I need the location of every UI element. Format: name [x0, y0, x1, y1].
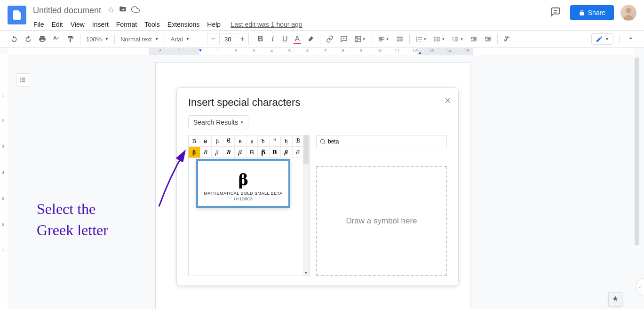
tooltip-code: U+1D6C3: [203, 197, 284, 201]
toolbar: 100%▼ Normal text▼ Arial▼ − 30 + B I U A…: [0, 30, 644, 48]
header: Untitled document ☆ File Edit View Inser…: [0, 0, 644, 30]
share-label: Share: [588, 9, 605, 16]
menu-help[interactable]: Help: [204, 20, 224, 29]
editing-mode-button[interactable]: ▼: [591, 33, 613, 45]
char-cell[interactable]: 𝘉: [293, 147, 304, 158]
tutorial-annotation: Select the Greek letter: [37, 198, 108, 241]
char-cell[interactable]: 𝜷: [235, 147, 246, 158]
svg-text:3: 3: [453, 40, 454, 42]
horizontal-ruler[interactable]: 2 1 ▼ 1 2 3 4 5 6 7 8 9 10 11 12 ▲ 13 14…: [8, 48, 633, 55]
character-search-input[interactable]: [328, 138, 444, 145]
font-select[interactable]: Arial▼: [168, 35, 201, 44]
lock-icon: [579, 9, 585, 16]
dialog-title: Insert special characters: [188, 96, 447, 109]
comment-button[interactable]: [337, 33, 350, 45]
menu-edit[interactable]: Edit: [48, 20, 66, 29]
clear-format-button[interactable]: [501, 33, 514, 45]
font-size-increase[interactable]: +: [236, 33, 248, 45]
image-button[interactable]: ▼: [351, 33, 369, 45]
underline-button[interactable]: U: [279, 33, 291, 45]
char-cell[interactable]: 𝐵: [200, 147, 212, 158]
char-cell[interactable]: B: [189, 135, 200, 147]
zoom-select[interactable]: 100%▼: [83, 35, 111, 44]
indent-decrease-button[interactable]: [467, 33, 480, 45]
tooltip-name: MATHEMATICAL BOLD SMALL BETA: [203, 191, 284, 196]
char-cell[interactable]: β: [212, 135, 223, 147]
char-cell[interactable]: ᵦ: [246, 135, 258, 147]
title-area: Untitled document ☆ File Edit View Inser…: [30, 4, 548, 31]
dialog-close-button[interactable]: ×: [445, 95, 451, 107]
explore-button[interactable]: [608, 292, 622, 306]
font-size-control: − 30 +: [207, 33, 249, 45]
char-cell[interactable]: ᵸ: [270, 135, 281, 147]
italic-button[interactable]: I: [267, 33, 278, 45]
menu-file[interactable]: File: [30, 20, 48, 29]
char-grid-scrollbar[interactable]: ▼: [303, 135, 309, 276]
last-edit-link[interactable]: Last edit was 1 hour ago: [231, 21, 302, 28]
bullet-list-button[interactable]: ▼: [430, 33, 448, 45]
char-cell[interactable]: 𝝱: [258, 147, 270, 158]
search-icon: [319, 138, 326, 145]
share-button[interactable]: Share: [570, 5, 614, 20]
tooltip-glyph: 𝛃: [203, 169, 284, 189]
char-cell[interactable]: ᶀ: [281, 135, 293, 147]
font-size-decrease[interactable]: −: [207, 33, 219, 45]
char-cell[interactable]: ʙ: [200, 135, 212, 147]
numbered-list-button[interactable]: 123▼: [449, 33, 466, 45]
svg-point-13: [320, 139, 324, 143]
char-cell[interactable]: ℬ: [293, 135, 304, 147]
star-icon[interactable]: ☆: [108, 5, 114, 16]
font-size-value[interactable]: 30: [219, 34, 236, 44]
char-cell[interactable]: в: [235, 135, 246, 147]
char-cell-selected[interactable]: 𝛃: [189, 147, 200, 158]
cloud-status-icon[interactable]: [131, 5, 140, 16]
document-icon: [11, 9, 23, 21]
bold-button[interactable]: B: [255, 33, 266, 45]
user-avatar[interactable]: [620, 5, 636, 21]
undo-button[interactable]: [8, 33, 21, 45]
svg-point-8: [434, 39, 436, 40]
print-button[interactable]: [36, 33, 49, 45]
svg-point-7: [434, 37, 436, 38]
outline-toggle-button[interactable]: [16, 73, 29, 87]
link-button[interactable]: [323, 33, 336, 45]
draw-symbol-area[interactable]: Draw a symbol here: [316, 166, 447, 276]
char-cell[interactable]: 𝗕: [270, 147, 281, 158]
menu-extensions[interactable]: Extensions: [164, 20, 203, 29]
highlight-button[interactable]: [304, 33, 317, 45]
checklist-button[interactable]: ▼: [413, 33, 430, 45]
style-select[interactable]: Normal text▼: [118, 35, 161, 44]
redo-button[interactable]: [22, 33, 35, 45]
char-cell[interactable]: 𝛽: [212, 147, 223, 158]
char-cell[interactable]: ᵬ: [258, 135, 270, 147]
char-cell[interactable]: 𝞫: [281, 147, 293, 158]
vertical-scrollbar[interactable]: [635, 57, 639, 304]
workspace: 2 1 ▼ 1 2 3 4 5 6 7 8 9 10 11 12 ▲ 13 14…: [0, 48, 644, 309]
char-cell[interactable]: ϐ: [223, 135, 235, 147]
svg-point-2: [626, 8, 631, 14]
line-spacing-button[interactable]: [393, 33, 406, 45]
menu-format[interactable]: Format: [113, 20, 140, 29]
document-title[interactable]: Untitled document: [30, 6, 104, 16]
svg-point-6: [356, 38, 358, 39]
menu-view[interactable]: View: [67, 20, 88, 29]
menu-tools[interactable]: Tools: [141, 20, 163, 29]
char-cell[interactable]: 𝖡: [246, 147, 258, 158]
align-button[interactable]: ▼: [375, 33, 392, 45]
spellcheck-button[interactable]: [50, 33, 63, 45]
svg-line-14: [324, 143, 326, 144]
comments-icon[interactable]: [548, 4, 564, 22]
menu-insert[interactable]: Insert: [89, 20, 112, 29]
category-filter-button[interactable]: Search Results▾: [188, 115, 248, 129]
special-characters-dialog: Insert special characters × Search Resul…: [176, 87, 459, 286]
docs-logo[interactable]: [8, 6, 26, 24]
char-cell[interactable]: 𝑩: [223, 147, 235, 158]
indent-increase-button[interactable]: [481, 33, 494, 45]
vertical-ruler[interactable]: 1 2 3 4 5 6 7: [0, 55, 8, 309]
paint-format-button[interactable]: [64, 33, 77, 45]
hide-menus-button[interactable]: [625, 32, 636, 46]
character-grid-panel: B ʙ β ϐ в ᵦ ᵬ ᵸ ᶀ ℬ 𝛃 𝐵 𝛽 𝑩 𝜷 𝖡 𝝱: [188, 135, 310, 276]
character-search-box: [316, 135, 447, 148]
move-icon[interactable]: [119, 5, 127, 16]
text-color-button[interactable]: A: [292, 33, 303, 45]
